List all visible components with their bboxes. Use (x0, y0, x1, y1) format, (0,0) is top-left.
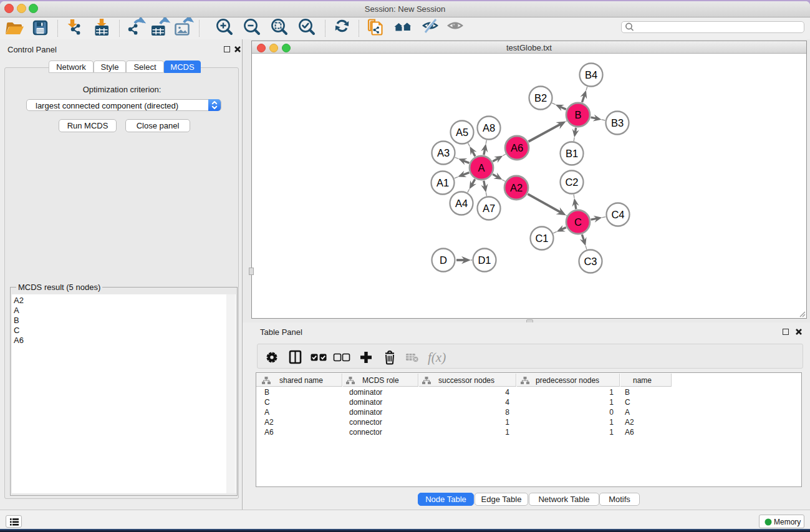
svg-text:A5: A5 (456, 127, 468, 138)
svg-text:C3: C3 (584, 256, 597, 267)
svg-text:B3: B3 (611, 117, 624, 128)
svg-text:D1: D1 (478, 254, 491, 266)
svg-text:B4: B4 (585, 69, 597, 80)
svg-text:A2: A2 (510, 182, 523, 193)
svg-text:D: D (440, 254, 447, 266)
svg-text:A1: A1 (436, 177, 449, 188)
svg-text:f(x): f(x) (428, 350, 446, 365)
svg-text:C4: C4 (611, 209, 624, 220)
svg-text:A: A (478, 162, 485, 173)
svg-text:B2: B2 (534, 92, 547, 104)
svg-text:B: B (574, 109, 581, 120)
svg-text:C1: C1 (535, 233, 548, 244)
svg-text:C: C (574, 216, 582, 228)
svg-text:A8: A8 (483, 122, 495, 133)
svg-text:Memory: Memory (774, 518, 801, 526)
svg-text:C2: C2 (565, 177, 578, 188)
svg-text:A3: A3 (437, 147, 450, 158)
svg-text:B1: B1 (566, 148, 578, 159)
svg-text:A6: A6 (511, 142, 523, 153)
svg-text:A4: A4 (455, 198, 468, 209)
svg-text:A7: A7 (483, 203, 495, 214)
